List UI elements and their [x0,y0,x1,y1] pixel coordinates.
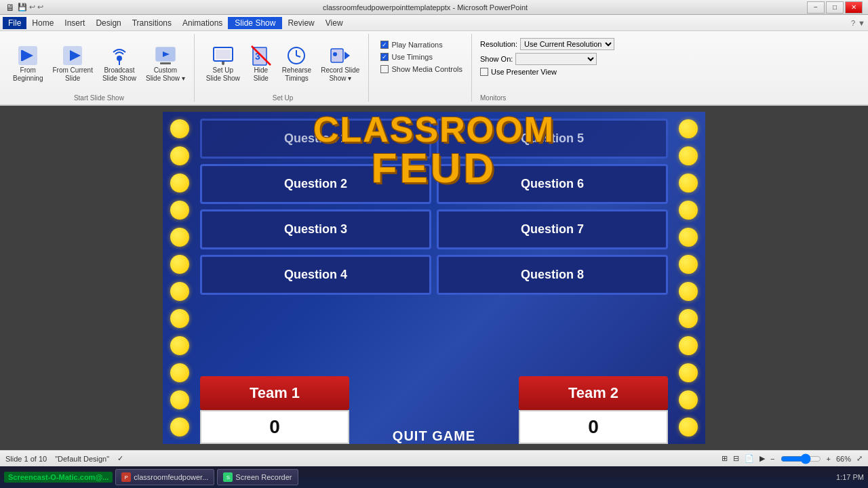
dot [170,282,189,301]
close-button[interactable]: ✕ [845,1,863,14]
svg-rect-9 [160,62,171,64]
dot [679,363,698,382]
screencast-brand[interactable]: Screencast-O-Matic.com@... [4,472,113,483]
slide: Question 1 Question 5 Question 2 Questio… [163,112,705,444]
zoom-in-icon[interactable]: + [827,455,831,463]
resolution-row: Resolution: Use Current Resolution [480,38,614,50]
svg-line-19 [296,56,300,57]
menu-home[interactable]: Home [26,17,59,29]
question-7-button[interactable]: Question 7 [437,209,668,249]
rehearse-icon [285,45,307,66]
team1-button[interactable]: Team 1 [200,376,349,410]
menu-animations[interactable]: Animations [177,17,228,29]
question-8-label: Question 8 [521,268,584,282]
broadcast-button[interactable]: BroadcastSlide Show [99,43,140,85]
window-controls: − □ ✕ [807,1,863,14]
classroom-text: CLASSROOM [313,112,555,147]
team2-label: Team 2 [568,384,618,402]
team1-section: Team 1 0 [200,376,349,444]
svg-rect-2 [21,50,23,61]
show-media-label: Show Media Controls [391,65,462,73]
question-3-button[interactable]: Question 3 [200,209,431,249]
menu-transitions[interactable]: Transitions [127,17,177,29]
menu-file[interactable]: File [3,17,26,29]
menu-design[interactable]: Design [90,17,126,29]
menu-view[interactable]: View [320,17,349,29]
status-left: Slide 1 of 10 "Default Design" ✓ [5,454,123,463]
dot [679,255,698,274]
use-timings-checkbox[interactable]: ✓ Use Timings [377,52,466,62]
team1-label: Team 1 [250,384,300,402]
dot [170,255,189,274]
svg-marker-21 [344,52,350,60]
record-icon [330,45,351,66]
custom-slideshow-icon [155,45,176,66]
ribbon-group-setup: Set UpSlide Show 3 HideSlide [197,34,370,102]
dot [679,336,698,355]
show-on-row: Show On: [480,53,614,65]
minimize-button[interactable]: − [807,1,825,14]
team1-score: 0 [200,410,349,444]
quit-game-button[interactable]: QUIT GAME [393,428,475,444]
dot [170,363,189,382]
rehearse-button[interactable]: RehearseTimings [279,43,315,85]
slide-canvas: Question 1 Question 5 Question 2 Questio… [0,106,868,450]
show-media-check [380,65,389,73]
dot [679,390,698,409]
taskbar-time: 1:17 PM [836,473,864,481]
record-slideshow-button[interactable]: Record SlideShow ▾ [317,43,363,85]
dot [170,119,189,138]
taskbar-screen-recorder-label: Screen Recorder [235,473,292,481]
from-current-label: From CurrentSlide [52,66,92,83]
view-normal-icon[interactable]: ⊞ [722,454,728,463]
question-8-button[interactable]: Question 8 [437,255,668,295]
dot [170,336,189,355]
custom-slideshow-button[interactable]: CustomSlide Show ▾ [142,43,189,85]
from-beginning-label: FromBeginning [13,66,43,83]
menu-insert[interactable]: Insert [59,17,90,29]
setup-slideshow-icon [212,45,234,66]
taskbar-powerpoint-label: classroomfeudpower... [134,473,208,481]
from-beginning-button[interactable]: FromBeginning [9,43,46,85]
svg-point-22 [333,52,337,56]
zoom-slider[interactable] [781,453,821,464]
setup-slideshow-label: Set UpSlide Show [206,66,240,83]
menu-slideshow[interactable]: Slide Show [228,17,282,29]
powerpoint-icon: P [121,472,131,482]
ribbon-controls: ? ▼ [851,19,865,27]
play-narrations-check: ✓ [380,41,389,49]
hide-slide-button[interactable]: 3 HideSlide [246,43,276,85]
ribbon-group-start-slideshow: FromBeginning From CurrentSlide [4,34,195,102]
hide-slide-icon: 3 [250,45,272,66]
dot [679,282,698,301]
taskbar-powerpoint[interactable]: P classroomfeudpower... [115,469,214,485]
show-media-checkbox[interactable]: Show Media Controls [377,64,466,75]
show-on-select[interactable] [515,53,597,65]
question-4-button[interactable]: Question 4 [200,255,431,295]
dot [170,309,189,328]
feud-text: FEUD [313,147,555,189]
team2-button[interactable]: Team 2 [519,376,668,410]
menu-review[interactable]: Review [282,17,319,29]
svg-rect-13 [222,62,224,64]
view-slide-sorter-icon[interactable]: ⊟ [733,454,739,463]
setup-slideshow-button[interactable]: Set UpSlide Show [203,43,243,85]
screen-recorder-icon: S [223,472,233,482]
fit-window-icon[interactable]: ⤢ [856,454,863,463]
view-slideshow-icon[interactable]: ▶ [760,454,765,463]
rehearse-label: RehearseTimings [282,66,311,83]
view-reading-icon[interactable]: 📄 [745,454,754,463]
from-current-button[interactable]: From CurrentSlide [49,43,96,85]
dot [170,418,189,436]
taskbar-screen-recorder[interactable]: S Screen Recorder [217,469,298,485]
title-bar: 🖥 💾 ↩ ↩ classroomfeudpowerpointtemplatep… [0,0,868,15]
resolution-select[interactable]: Use Current Resolution [520,38,614,50]
dot [170,390,189,409]
zoom-out-icon[interactable]: − [770,455,774,463]
dot [679,201,698,220]
maximize-button[interactable]: □ [826,1,844,14]
play-narrations-checkbox[interactable]: ✓ Play Narrations [377,39,466,50]
team2-section: Team 2 0 [519,376,668,444]
classroom-feud-title: CLASSROOM FEUD [313,112,555,189]
slide-area: Question 1 Question 5 Question 2 Questio… [0,106,868,450]
